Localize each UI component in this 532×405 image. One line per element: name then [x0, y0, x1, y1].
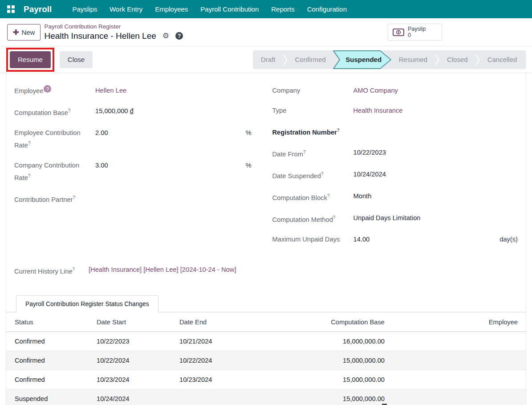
type-link[interactable]: Health Insurance	[353, 107, 403, 114]
status-step-closed[interactable]: Closed	[440, 56, 475, 63]
status-step-suspended-label: Suspended	[333, 50, 392, 69]
nav-item-employees[interactable]: Employees	[149, 0, 194, 18]
field-label: Maximum Unpaid Days	[272, 236, 340, 243]
field-label: Computation Block	[272, 194, 327, 201]
status-step-cancelled[interactable]: Cancelled	[480, 56, 526, 63]
cell-date-end	[178, 389, 289, 405]
help-icon[interactable]: ?	[175, 32, 183, 40]
computation-base-value[interactable]: 15,000,000 đ	[95, 106, 252, 116]
field-label: Date Suspended	[272, 172, 321, 180]
company-contribution-rate-value[interactable]: 3.00	[95, 160, 245, 171]
company-link[interactable]: AMO Company	[353, 87, 398, 94]
help-superscript: ?	[303, 150, 306, 155]
notebook: Payroll Contribution Register Status Cha…	[6, 295, 526, 405]
employee-contribution-rate-value[interactable]: 2.00	[95, 127, 245, 138]
nav-item-payslips[interactable]: Payslips	[66, 0, 103, 18]
cell-status: Confirmed	[6, 331, 95, 351]
form-sheet: Employee? Hellen Lee Computation Base? 1…	[6, 73, 526, 405]
field-date-from: Date From? 10/22/2023	[272, 147, 518, 160]
table-row[interactable]: Confirmed 10/22/2023 10/21/2024 16,000,0…	[6, 331, 526, 351]
payslip-stat-button[interactable]: Payslip 0	[388, 24, 442, 41]
form-left-column: Employee? Hellen Lee Computation Base? 1…	[14, 85, 266, 254]
column-header-employee[interactable]: Employee	[386, 312, 526, 331]
cell-date-start: 10/22/2024	[95, 351, 178, 370]
chevron-right-icon	[475, 54, 480, 65]
status-step-draft[interactable]: Draft	[253, 56, 283, 63]
nav-item-configuration[interactable]: Configuration	[301, 0, 353, 18]
field-label: Current History Line	[14, 268, 73, 275]
field-maximum-unpaid-days: Maximum Unpaid Days 14.00 day(s)	[272, 234, 518, 245]
field-date-suspended: Date Suspended? 10/24/2024	[272, 169, 518, 181]
chevron-right-icon	[435, 54, 440, 65]
resume-button[interactable]: Resume	[10, 51, 51, 68]
nav-item-work-entry[interactable]: Work Entry	[103, 0, 149, 18]
cell-computation-base: 15,000,000.00	[289, 370, 386, 389]
table-row[interactable]: Confirmed 10/22/2024 10/22/2024 15,000,0…	[6, 351, 526, 370]
cell-date-end: 10/22/2024	[178, 351, 289, 370]
help-superscript: ?	[321, 172, 324, 176]
new-button[interactable]: ✚ New	[7, 24, 41, 41]
column-header-status[interactable]: Status	[6, 312, 95, 331]
apps-grid-icon[interactable]	[7, 5, 15, 13]
current-history-line-link[interactable]: [Health Insurance] [Hellen Lee] [2024-10…	[89, 266, 236, 273]
field-company: Company AMO Company	[272, 85, 518, 96]
field-label: Type	[272, 107, 287, 114]
help-superscript: ?	[73, 195, 75, 200]
cell-status: Confirmed	[6, 370, 95, 389]
close-button[interactable]: Close	[60, 51, 93, 68]
status-step-suspended-active[interactable]: Suspended	[333, 50, 392, 69]
employee-link[interactable]: Hellen Lee	[95, 87, 126, 94]
nav-item-payroll-contribution[interactable]: Payroll Contribution	[194, 0, 265, 18]
breadcrumb-parent-link[interactable]: Payroll Contribution Register	[44, 23, 183, 30]
question-badge-icon[interactable]: ?	[44, 85, 51, 93]
nav-item-reports[interactable]: Reports	[265, 0, 301, 18]
column-header-date-start[interactable]: Date Start	[95, 312, 178, 331]
field-label: Date From	[272, 151, 303, 158]
field-label: Contribution Partner	[14, 196, 73, 203]
cell-date-end: 10/23/2024	[178, 370, 289, 389]
help-superscript: ?	[68, 108, 71, 113]
date-suspended-value[interactable]: 10/24/2024	[353, 169, 518, 180]
field-computation-base: Computation Base? 15,000,000 đ	[14, 106, 252, 118]
tab-bar: Payroll Contribution Register Status Cha…	[6, 295, 526, 312]
help-superscript: ?	[333, 215, 336, 220]
currency-symbol: đ	[130, 107, 134, 115]
maximum-unpaid-days-value[interactable]: 14.00	[353, 234, 500, 245]
field-computation-block: Computation Block? Month	[272, 191, 518, 203]
table-row[interactable]: Suspended 10/24/2024 15,000,000.00	[6, 389, 526, 405]
status-step-confirmed[interactable]: Confirmed	[288, 56, 333, 63]
payslip-stat-value: 0	[408, 32, 426, 38]
cell-date-end: 10/21/2024	[178, 331, 289, 351]
top-navbar: Payroll Payslips Work Entry Employees Pa…	[0, 0, 532, 18]
cell-computation-base: 15,000,000.00	[289, 389, 386, 405]
field-employee-contribution-rate: Employee Contribution Rate? 2.00 %	[14, 127, 252, 151]
cell-employee	[386, 351, 526, 370]
cell-date-start: 10/23/2024	[95, 370, 178, 389]
breadcrumb: Payroll Contribution Register Health Ins…	[44, 23, 183, 42]
new-button-label: New	[21, 29, 35, 36]
percent-unit: %	[245, 127, 251, 138]
computation-method-value[interactable]: Unpaid Days Limitation	[353, 213, 518, 223]
cell-employee	[386, 389, 526, 405]
help-superscript: ?	[327, 193, 330, 198]
status-step-resumed[interactable]: Resumed	[392, 56, 435, 63]
field-current-history-line: Current History Line? [Health Insurance]…	[6, 264, 526, 277]
field-label: Company	[272, 87, 301, 94]
cell-status: Confirmed	[6, 351, 95, 370]
app-brand[interactable]: Payroll	[24, 4, 52, 14]
form-right-column: Company AMO Company Type Health Insuranc…	[266, 85, 518, 254]
cell-employee	[386, 370, 526, 389]
date-from-value[interactable]: 10/22/2023	[353, 147, 518, 158]
field-label: Employee Contribution Rate	[14, 129, 81, 149]
help-superscript: ?	[28, 141, 31, 146]
tab-status-changes[interactable]: Payroll Contribution Register Status Cha…	[16, 295, 158, 312]
cell-computation-base: 15,000,000.00	[289, 351, 386, 370]
column-header-date-end[interactable]: Date End	[178, 312, 289, 331]
table-row[interactable]: Confirmed 10/23/2024 10/23/2024 15,000,0…	[6, 370, 526, 389]
field-label: Computation Base	[14, 109, 68, 116]
computation-block-value[interactable]: Month	[353, 191, 518, 201]
gear-icon[interactable]: ⚙	[162, 32, 169, 40]
status-pipeline: Draft Confirmed Suspended Resumed Closed…	[253, 50, 526, 69]
column-header-computation-base[interactable]: Computation Base	[289, 312, 386, 331]
field-type: Type Health Insurance	[272, 105, 518, 116]
